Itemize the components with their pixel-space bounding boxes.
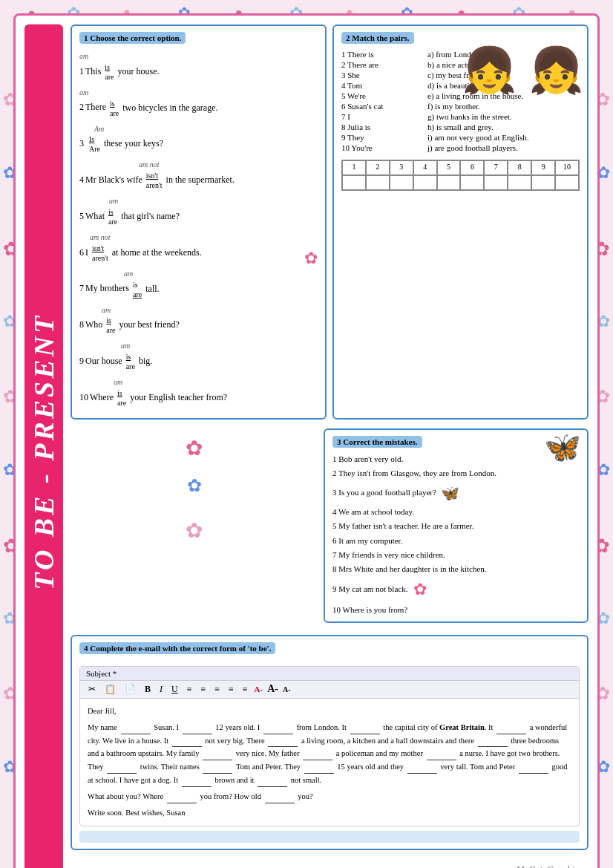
email-closing: Write soon. Best wishes, Susan: [88, 806, 571, 820]
list-icon[interactable]: ≡: [226, 683, 236, 696]
italic-button[interactable]: I: [157, 683, 165, 696]
flower-deco-1: ✿: [304, 249, 318, 268]
ex1-item-6: am not 6I isn't aren't at home at the we…: [79, 231, 318, 263]
flower-deco-left-mid2: ✿: [71, 475, 318, 496]
answer-grid: 1 2 3 4 5 6 7 8 9 10: [341, 160, 580, 191]
email-greeting: Dear Jill,: [88, 705, 571, 718]
flower-deco-left-mid: ✿: [71, 436, 318, 460]
flower-deco-left-mid3: ✿: [71, 518, 318, 543]
clipboard-icon[interactable]: 📋: [102, 683, 118, 696]
exercise-2-title: 2 Match the pairs.: [341, 32, 414, 44]
ex3-item-8: 8 Mrs White and her daughter is in the k…: [332, 564, 580, 575]
ex3-item-1: 1 Bob aren't very old.: [332, 454, 580, 465]
email-toolbar: ✂ 📋 📄 B I U ≡ ≡ ≡ ≡ ≡ A- A- A-: [80, 681, 579, 699]
email-paragraph-1: My name Susan. I 12 years old. I from Lo…: [88, 721, 571, 787]
exercise-1-title: 1 Choose the correct option.: [79, 32, 186, 44]
underline-button[interactable]: U: [169, 683, 180, 696]
email-container: Subject * ✂ 📋 📄 B I U ≡ ≡ ≡ ≡ ≡: [79, 666, 580, 826]
scroll-bar[interactable]: [79, 831, 580, 843]
exercise-2: 2 Match the pairs. 👧 👧 1 There is a) fro…: [332, 25, 589, 420]
email-subject-bar: Subject *: [80, 667, 579, 681]
bold-button[interactable]: B: [142, 683, 153, 696]
ex1-item-1: am 1This is are your house.: [79, 50, 318, 82]
ex1-item-3: Am 3 Is Are these your keys?: [79, 123, 318, 154]
exercise-3: 3 Correct the mistakes. 🦋 1 Bob aren't v…: [324, 428, 589, 623]
ex3-item-4: 4 We am at school today.: [332, 506, 580, 518]
ex2-pair-9: 9 They i) am not very good at English.: [341, 133, 580, 142]
main-content: TO BE - PRESENT 1 Choose the correct opt…: [13, 13, 600, 868]
ex2-pair-10: 10 You're j) are good football players.: [341, 143, 580, 152]
ex1-item-5: am 5What is are that girl's name?: [79, 195, 318, 226]
email-paragraph-2: What about you? Where you from? How old …: [88, 790, 571, 803]
ex3-item-6: 6 It am my computer.: [332, 535, 580, 546]
butterfly-deco: 🦋: [544, 430, 581, 465]
exercise-1: 1 Choose the correct option. am 1This is…: [71, 25, 327, 420]
ex3-item-5: 5 My father isn't a teacher. He are a fa…: [332, 521, 580, 532]
avatar-girls: 👧 👧: [462, 48, 584, 93]
ex3-item-9: 9 My cat am not black. ✿: [332, 578, 580, 601]
indent-icon[interactable]: ≡: [240, 683, 250, 696]
ex2-pair-7: 7 I g) two banks in the street.: [341, 112, 580, 121]
ex1-item-10: am 10Where is are your English teacher f…: [79, 376, 318, 408]
ex2-pair-8: 8 Julia is h) is small and grey.: [341, 123, 580, 131]
scissors-icon[interactable]: ✂: [86, 683, 98, 696]
bottom-area: MyCuteGraphics: [71, 861, 589, 868]
ex1-item-4: am not 4Mr Black's wife isn't aren't in …: [79, 158, 318, 190]
ex1-item-2: am 2There is are two bicycles in the gar…: [79, 86, 318, 118]
credit-text: MyCuteGraphics: [71, 861, 589, 868]
title-bar: TO BE - PRESENT: [24, 25, 63, 868]
title-text: TO BE - PRESENT: [30, 313, 58, 590]
exercise-3-title: 3 Correct the mistakes.: [332, 436, 422, 448]
ex2-pair-6: 6 Susan's cat f) is my brother.: [341, 102, 580, 111]
exercise-4: 4 Complete the e-mail with the correct f…: [71, 635, 589, 850]
font-size-large-icon[interactable]: A-: [267, 683, 278, 695]
copy-icon[interactable]: 📄: [122, 683, 138, 696]
ex3-item-7: 7 My friends is very nice children.: [332, 549, 580, 561]
email-body: Dear Jill, My name Susan. I 12 years old…: [80, 699, 579, 826]
ex3-item-10: 10 Where is you from?: [332, 604, 580, 616]
align-right-icon[interactable]: ≡: [212, 683, 222, 696]
ex3-items-list: 1 Bob aren't very old. 2 They isn't from…: [332, 454, 580, 616]
exercise-4-title: 4 Complete the e-mail with the correct f…: [79, 642, 275, 654]
align-center-icon[interactable]: ≡: [198, 683, 208, 696]
ex3-item-2: 2 They isn't from Glasgow, they are from…: [332, 468, 580, 479]
ex3-item-3: 3 Is you a good football player? 🦋: [332, 483, 580, 503]
ex1-item-7: am 7My brothers is are tall.: [79, 267, 318, 299]
ex1-item-9: am 9Our house is are big.: [79, 339, 318, 371]
ex1-item-8: am 8Who is are your best friend?: [79, 304, 318, 336]
font-size-small-icon[interactable]: A-: [283, 685, 291, 694]
align-left-icon[interactable]: ≡: [185, 683, 194, 696]
font-color-icon[interactable]: A-: [255, 685, 263, 694]
